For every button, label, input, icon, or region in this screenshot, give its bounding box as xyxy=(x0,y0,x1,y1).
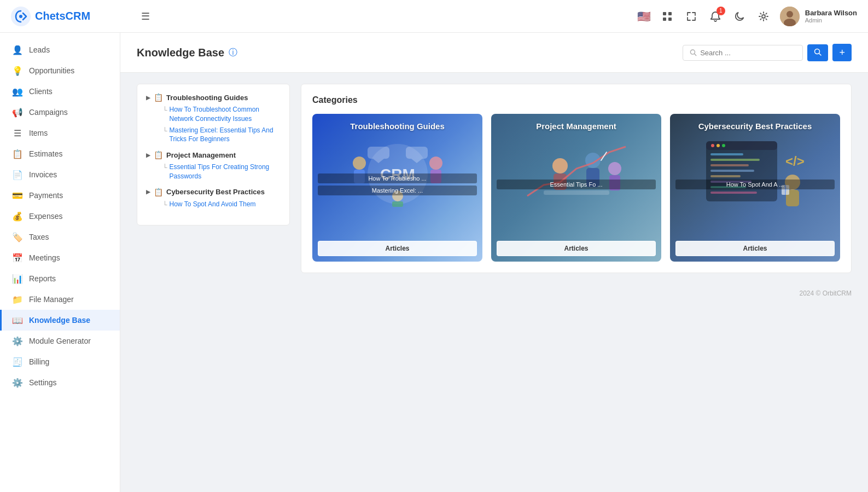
svg-point-6 xyxy=(762,15,765,18)
header-actions: 🇺🇸 1 xyxy=(637,7,857,26)
sidebar-item-clients[interactable]: 👥 Clients xyxy=(0,81,120,102)
sidebar-label-campaigns: Campaigns xyxy=(29,108,68,117)
footer: 2024 © OrbitCRM xyxy=(120,284,868,303)
tree-article[interactable]: └ How To Troubleshoot Common Network Con… xyxy=(146,105,281,124)
sidebar-label-invoices: Invoices xyxy=(29,170,57,179)
sidebar-item-expenses[interactable]: 💰 Expenses xyxy=(0,206,120,227)
articles-button-project-management[interactable]: Articles xyxy=(497,241,656,256)
card-footer: Articles xyxy=(670,235,840,262)
sidebar-item-meetings[interactable]: 📅 Meetings xyxy=(0,247,120,268)
search-button[interactable] xyxy=(807,44,828,61)
svg-rect-3 xyxy=(668,12,672,15)
sidebar-item-reports[interactable]: 📊 Reports xyxy=(0,268,120,289)
items-icon: ☰ xyxy=(13,128,22,138)
tree-article[interactable]: └ How To Spot And Avoid Them xyxy=(146,200,281,210)
top-header: ChetsCRM ☰ 🇺🇸 1 xyxy=(0,0,868,33)
svg-point-8 xyxy=(787,11,793,18)
card-title-project-management: Project Management xyxy=(491,114,661,135)
opportunities-icon: 💡 xyxy=(13,66,22,76)
sidebar-label-estimates: Estimates xyxy=(29,149,62,158)
notifications-button[interactable]: 1 xyxy=(708,9,723,24)
sidebar-item-leads[interactable]: 👤 Leads xyxy=(0,39,120,60)
sidebar-item-taxes[interactable]: 🏷️ Taxes xyxy=(0,227,120,247)
svg-line-11 xyxy=(695,54,696,55)
card-overlay: Cybersecurity Best Practices How To Spot… xyxy=(670,114,840,262)
book-icon-project-management: 📋 xyxy=(154,151,163,159)
language-flag[interactable]: 🇺🇸 xyxy=(637,10,651,23)
sidebar-item-campaigns[interactable]: 📢 Campaigns xyxy=(0,102,120,123)
search-input[interactable] xyxy=(700,49,796,57)
sidebar-item-file-manager[interactable]: 📁 File Manager xyxy=(0,289,120,310)
articles-button-cybersecurity[interactable]: Articles xyxy=(675,241,835,256)
svg-rect-4 xyxy=(663,18,666,21)
tree-caret: ▶ xyxy=(146,189,150,195)
categories-grid: CRM Troubleshooting Guides How To Troubl… xyxy=(312,114,840,262)
sidebar-label-opportunities: Opportunities xyxy=(29,66,74,75)
articles-button-troubleshooting[interactable]: Articles xyxy=(318,241,477,256)
header-right: + xyxy=(683,44,852,61)
book-icon-troubleshooting: 📋 xyxy=(154,93,163,102)
sidebar-item-items[interactable]: ☰ Items xyxy=(0,123,120,143)
billing-icon: 🧾 xyxy=(13,357,22,367)
tree-caret: ▶ xyxy=(146,152,150,158)
sidebar-label-payments: Payments xyxy=(29,191,63,200)
sidebar-label-module-generator: Module Generator xyxy=(29,337,91,345)
payments-icon: 💳 xyxy=(13,190,22,200)
search-btn-icon xyxy=(814,48,822,56)
search-icon xyxy=(690,49,697,56)
tree-category-header-troubleshooting[interactable]: ▶ 📋 Troubleshooting Guides xyxy=(146,93,281,102)
main-content: Knowledge Base ⓘ + xyxy=(120,33,868,492)
sidebar-item-estimates[interactable]: 📋 Estimates xyxy=(0,143,120,164)
sidebar-item-opportunities[interactable]: 💡 Opportunities xyxy=(0,60,120,81)
footer-text: 2024 © OrbitCRM xyxy=(799,290,852,297)
tree-panel: ▶ 📋 Troubleshooting Guides └ How To Trou… xyxy=(137,84,290,225)
leads-icon: 👤 xyxy=(13,45,22,55)
expand-icon xyxy=(686,11,697,22)
category-card-project-management[interactable]: Project Management Essential Tips Fo ...… xyxy=(491,114,661,262)
sidebar-item-module-generator[interactable]: ⚙️ Module Generator xyxy=(0,331,120,351)
tree-category-project-management: ▶ 📋 Project Management └ Essential Tips … xyxy=(146,151,281,181)
book-icon-cybersecurity: 📋 xyxy=(154,188,163,196)
card-article-1: How To Troublesho ... xyxy=(318,173,477,183)
sidebar-item-billing[interactable]: 🧾 Billing xyxy=(0,351,120,372)
expand-button[interactable] xyxy=(684,9,699,24)
sidebar-item-payments[interactable]: 💳 Payments xyxy=(0,185,120,206)
file-manager-icon: 📁 xyxy=(13,294,22,304)
settings-icon: ⚙️ xyxy=(13,378,22,387)
sidebar-label-taxes: Taxes xyxy=(29,233,49,241)
svg-rect-5 xyxy=(668,18,672,21)
category-card-cybersecurity[interactable]: </> Cybersecurity Best Practices How To … xyxy=(670,114,840,262)
card-article-2: Mastering Excel: ... xyxy=(318,186,477,195)
apps-button[interactable] xyxy=(660,9,675,24)
categories-panel: Categories CRM Troubleshooting Guides Ho… xyxy=(301,84,852,273)
svg-line-13 xyxy=(819,53,822,55)
card-articles-area: How To Troublesho ... Mastering Excel: .… xyxy=(312,173,482,198)
tree-cat-label-troubleshooting: Troubleshooting Guides xyxy=(166,94,248,102)
sidebar-item-knowledge-base[interactable]: 📖 Knowledge Base xyxy=(0,310,120,331)
layout: 👤 Leads 💡 Opportunities 👥 Clients 📢 Camp… xyxy=(0,33,868,492)
card-overlay: Troubleshooting Guides How To Troublesho… xyxy=(312,114,482,262)
add-button[interactable]: + xyxy=(832,44,852,61)
user-name: Barbara Wilson xyxy=(805,9,857,17)
info-icon[interactable]: ⓘ xyxy=(229,47,237,59)
tree-category-header-cybersecurity[interactable]: ▶ 📋 Cybersecurity Best Practices xyxy=(146,188,281,196)
tree-article[interactable]: └ Essential Tips For Creating Strong Pas… xyxy=(146,163,281,181)
tree-caret: ▶ xyxy=(146,95,150,101)
tree-category-header-project-management[interactable]: ▶ 📋 Project Management xyxy=(146,151,281,159)
card-articles-area: How To Spot And A ... xyxy=(670,180,840,192)
page-body: ▶ 📋 Troubleshooting Guides └ How To Trou… xyxy=(120,73,868,284)
card-footer: Articles xyxy=(312,235,482,262)
card-title-troubleshooting: Troubleshooting Guides xyxy=(312,114,482,135)
user-info: Barbara Wilson Admin xyxy=(805,9,857,24)
sidebar-item-invoices[interactable]: 📄 Invoices xyxy=(0,164,120,185)
dark-mode-button[interactable] xyxy=(732,9,747,24)
user-area[interactable]: Barbara Wilson Admin xyxy=(780,7,857,26)
hamburger-button[interactable]: ☰ xyxy=(137,6,154,27)
sidebar-label-file-manager: File Manager xyxy=(29,295,74,304)
category-card-troubleshooting[interactable]: CRM Troubleshooting Guides How To Troubl… xyxy=(312,114,482,262)
tree-article[interactable]: └ Mastering Excel: Essential Tips And Tr… xyxy=(146,126,281,144)
sidebar-item-settings[interactable]: ⚙️ Settings xyxy=(0,372,120,393)
settings-button[interactable] xyxy=(756,9,771,24)
sidebar-label-settings: Settings xyxy=(29,378,57,387)
clients-icon: 👥 xyxy=(13,86,22,96)
